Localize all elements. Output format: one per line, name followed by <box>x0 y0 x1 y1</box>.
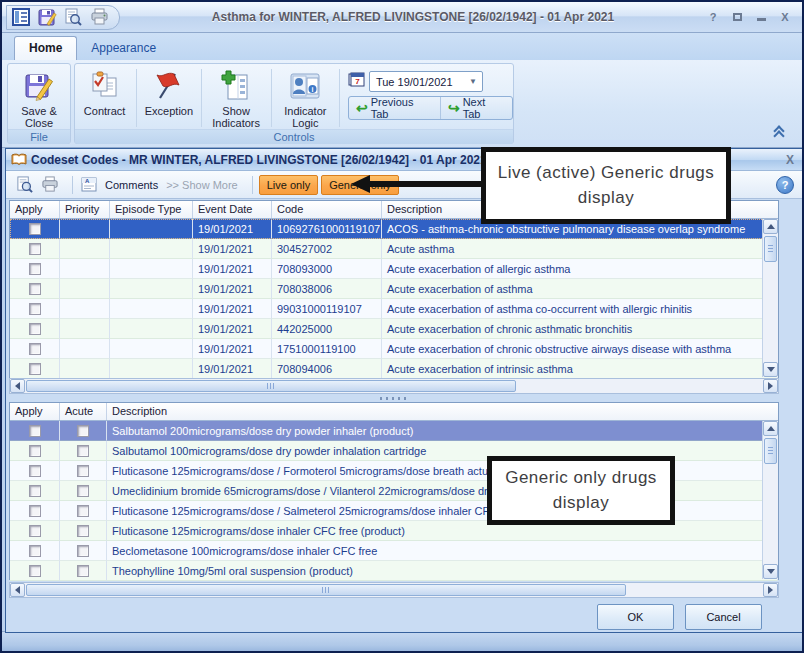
acute-checkbox[interactable] <box>77 425 89 437</box>
show-more-button[interactable]: >> Show More <box>166 179 238 191</box>
minimize-icon[interactable] <box>754 11 768 23</box>
date-picker[interactable]: Tue 19/01/2021 ▼ <box>369 71 483 92</box>
codes-vertical-scrollbar[interactable] <box>762 219 778 377</box>
apply-checkbox[interactable] <box>29 465 41 477</box>
indicator-logic-label: Indicator Logic <box>274 105 337 129</box>
apply-cell <box>10 481 60 501</box>
table-row[interactable]: Theophylline 10mg/5ml oral suspension (p… <box>10 561 778 581</box>
acute-checkbox[interactable] <box>77 565 89 577</box>
print-icon[interactable] <box>89 7 109 27</box>
scroll-down-icon[interactable] <box>763 564 778 579</box>
ok-button[interactable]: OK <box>597 604 674 630</box>
column-header-event-date[interactable]: Event Date <box>193 201 272 218</box>
table-row[interactable]: Beclometasone 100micrograms/dose inhaler… <box>10 541 778 561</box>
table-row[interactable]: 19/01/2021708093000Acute exacerbation of… <box>10 259 778 279</box>
apply-checkbox[interactable] <box>29 545 41 557</box>
scroll-thumb[interactable] <box>26 380 516 392</box>
collapse-ribbon-icon[interactable] <box>772 127 788 141</box>
acute-checkbox[interactable] <box>77 545 89 557</box>
scroll-thumb[interactable] <box>764 438 777 464</box>
table-row[interactable]: 19/01/2021442025000Acute exacerbation of… <box>10 319 778 339</box>
help-icon[interactable]: ? <box>776 176 794 194</box>
contract-button[interactable]: Contract <box>75 67 134 117</box>
table-row[interactable]: 19/01/2021708038006Acute exacerbation of… <box>10 279 778 299</box>
scroll-up-icon[interactable] <box>763 421 778 436</box>
column-header-priority[interactable]: Priority <box>60 201 110 218</box>
date-value: Tue 19/01/2021 <box>376 76 453 88</box>
save-close-button[interactable]: Save & Close <box>9 67 69 129</box>
scroll-right-icon[interactable] <box>763 583 778 597</box>
pane-splitter[interactable] <box>9 394 779 402</box>
apply-checkbox[interactable] <box>29 223 41 235</box>
save-icon[interactable] <box>37 7 57 27</box>
apply-checkbox[interactable] <box>29 343 41 355</box>
apply-checkbox[interactable] <box>29 363 41 375</box>
scroll-left-icon[interactable] <box>10 379 25 393</box>
exception-button[interactable]: Exception <box>139 67 198 117</box>
acute-checkbox[interactable] <box>77 465 89 477</box>
controls-group-label: Controls <box>75 129 513 144</box>
scroll-down-icon[interactable] <box>763 362 778 377</box>
scroll-left-icon[interactable] <box>10 583 25 597</box>
column-header-description[interactable]: Description <box>107 403 778 420</box>
apply-checkbox[interactable] <box>29 425 41 437</box>
comments-icon[interactable]: A <box>79 175 99 195</box>
scroll-thumb[interactable] <box>764 236 777 262</box>
cancel-button[interactable]: Cancel <box>685 604 762 630</box>
live-only-toggle[interactable]: Live only <box>259 175 318 195</box>
apply-checkbox[interactable] <box>29 283 41 295</box>
episode-type-cell <box>110 299 193 319</box>
tab-home[interactable]: Home <box>14 36 77 60</box>
table-row[interactable]: 19/01/2021708094006Acute exacerbation of… <box>10 359 778 379</box>
apply-checkbox[interactable] <box>29 505 41 517</box>
table-row[interactable]: Salbutamol 200micrograms/dose dry powder… <box>10 421 778 441</box>
print-icon[interactable] <box>40 175 60 195</box>
restore-icon[interactable] <box>730 11 744 23</box>
column-header-episode-type[interactable]: Episode Type <box>110 201 193 218</box>
help-title-icon[interactable]: ? <box>706 11 720 23</box>
column-header-apply[interactable]: Apply <box>10 403 60 420</box>
column-header-code[interactable]: Code <box>272 201 382 218</box>
code-cell: 708093000 <box>272 259 382 279</box>
column-header-apply[interactable]: Apply <box>10 201 60 218</box>
previous-tab-button[interactable]: ↩ Previous Tab <box>349 97 440 119</box>
dropdown-arrow-icon[interactable]: ▼ <box>469 77 477 86</box>
scroll-thumb[interactable] <box>26 584 626 596</box>
apply-checkbox[interactable] <box>29 303 41 315</box>
tab-appearance[interactable]: Appearance <box>77 37 170 60</box>
print-preview-icon[interactable] <box>14 175 34 195</box>
acute-checkbox[interactable] <box>77 505 89 517</box>
window-titlebar: Asthma for WINTER, ALFRED LIVINGSTONE [2… <box>2 2 802 33</box>
apply-checkbox[interactable] <box>29 485 41 497</box>
drugs-horizontal-scrollbar[interactable] <box>9 582 779 598</box>
comments-button[interactable]: Comments <box>105 179 158 191</box>
acute-checkbox[interactable] <box>77 445 89 457</box>
codes-horizontal-scrollbar[interactable] <box>9 378 779 394</box>
event-date-cell: 19/01/2021 <box>193 339 272 359</box>
indicator-logic-button[interactable]: i Indicator Logic <box>274 67 337 129</box>
table-row[interactable]: 19/01/20211751000119100Acute exacerbatio… <box>10 339 778 359</box>
apply-checkbox[interactable] <box>29 263 41 275</box>
acute-checkbox[interactable] <box>77 525 89 537</box>
episode-type-cell <box>110 219 193 239</box>
table-row[interactable]: 19/01/202199031000119107Acute exacerbati… <box>10 299 778 319</box>
apply-checkbox[interactable] <box>29 445 41 457</box>
drugs-vertical-scrollbar[interactable] <box>762 421 778 579</box>
annotation-arrow <box>369 181 482 187</box>
column-header-acute[interactable]: Acute <box>60 403 107 420</box>
apply-checkbox[interactable] <box>29 565 41 577</box>
scroll-right-icon[interactable] <box>763 379 778 393</box>
show-indicators-button[interactable]: Show Indicators <box>204 67 269 129</box>
apply-checkbox[interactable] <box>29 525 41 537</box>
next-tab-button[interactable]: ↪ Next Tab <box>440 97 512 119</box>
window-footer <box>2 631 802 651</box>
close-icon[interactable]: X <box>778 11 792 23</box>
dialog-close-icon[interactable]: X <box>786 153 794 167</box>
print-preview-icon[interactable] <box>63 7 83 27</box>
apply-checkbox[interactable] <box>29 323 41 335</box>
app-menu-icon[interactable] <box>11 7 31 27</box>
apply-checkbox[interactable] <box>29 243 41 255</box>
scroll-up-icon[interactable] <box>763 219 778 234</box>
acute-checkbox[interactable] <box>77 485 89 497</box>
table-row[interactable]: 19/01/2021304527002Acute asthma <box>10 239 778 259</box>
